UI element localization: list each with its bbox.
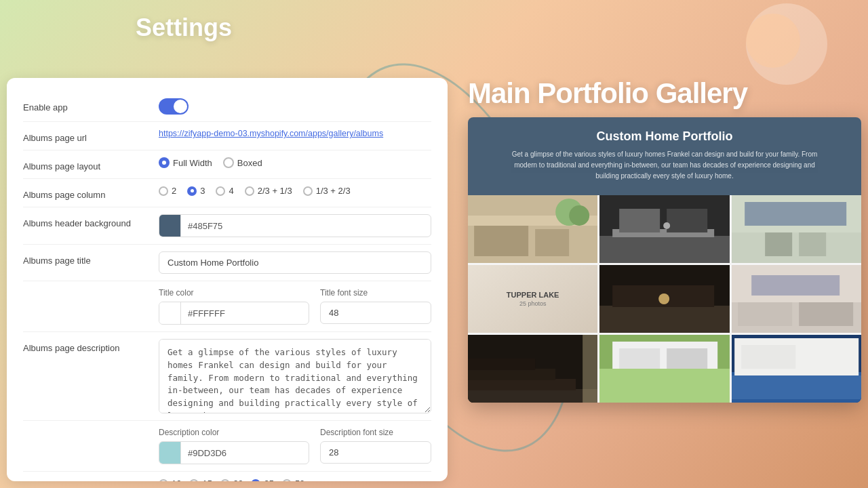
gallery-cell-5[interactable]	[599, 265, 729, 333]
svg-rect-28	[468, 379, 576, 390]
desc-size-col: Description font size	[320, 428, 431, 464]
tupper-lake-sub: 25 photos	[519, 300, 547, 307]
albums-header-bg-label: Albums header background	[23, 214, 159, 228]
pagination-50[interactable]: 50	[282, 479, 304, 481]
svg-rect-41	[741, 345, 795, 369]
gallery-cell-9[interactable]	[732, 335, 861, 403]
albums-column-row: Albums page column 2 3 4	[23, 179, 431, 207]
layout-option-boxed[interactable]: Boxed	[223, 157, 262, 168]
title-two-col: Title color Title font size	[159, 288, 431, 325]
albums-desc-row: Albums page description Get a glimpse of…	[23, 332, 431, 421]
gallery-cell-2[interactable]	[599, 195, 729, 263]
albums-desc-textarea[interactable]: Get a glimpse of the various styles of l…	[159, 339, 431, 413]
layout-option-fullwidth[interactable]: Full Width	[159, 157, 212, 168]
title-color-size-spacer	[23, 288, 159, 292]
svg-rect-13	[765, 229, 792, 256]
gallery-cell-7[interactable]	[468, 335, 597, 403]
radio-10-icon	[159, 479, 168, 482]
svg-rect-19	[612, 285, 714, 307]
albums-url-link[interactable]: https://zifyapp-demo-03.myshopify.com/ap…	[159, 129, 383, 138]
svg-rect-7	[599, 236, 729, 263]
desc-two-col: Description color Description font size	[159, 428, 431, 464]
albums-title-row: Albums page title	[23, 245, 431, 281]
svg-rect-36	[667, 348, 707, 372]
column-option-2[interactable]: 2	[159, 186, 176, 196]
title-size-label: Title font size	[320, 288, 431, 298]
column-option-3[interactable]: 3	[187, 186, 205, 196]
svg-rect-24	[732, 265, 861, 302]
albums-title-control	[159, 251, 431, 274]
desc-color-hex-input[interactable]	[181, 448, 309, 458]
column-radio-group: 2 3 4 2/3 + 1/3 1/3	[159, 186, 351, 196]
gallery-img-3	[732, 195, 861, 263]
title-color-swatch	[159, 302, 181, 324]
desc-color-swatch	[159, 442, 181, 464]
svg-rect-34	[612, 342, 717, 375]
gallery-header-title: Custom Home Portfolio	[484, 129, 845, 144]
pagination-10[interactable]: 10	[159, 479, 181, 481]
column-option-2-3[interactable]: 2/3 + 1/3	[245, 186, 292, 196]
albums-url-label: Albums page url	[23, 129, 159, 143]
gallery-cell-tupper[interactable]: TUPPER LAKE 25 photos	[468, 265, 597, 333]
column-option-4[interactable]: 4	[216, 186, 233, 196]
svg-rect-33	[599, 372, 729, 403]
title-color-label: Title color	[159, 288, 309, 298]
desc-size-input[interactable]	[320, 441, 431, 464]
svg-rect-32	[599, 335, 729, 403]
svg-rect-18	[599, 306, 729, 333]
preview-panel: Main Portfolio Gallery Custom Home Portf…	[468, 78, 861, 403]
svg-rect-35	[619, 348, 660, 372]
pagination-15[interactable]: 15	[189, 479, 212, 481]
settings-panel: Enable app Albums page url https://zifya…	[7, 78, 448, 481]
layout-fullwidth-label: Full Width	[173, 158, 212, 168]
albums-desc-control: Get a glimpse of the various styles of l…	[159, 339, 431, 413]
albums-header-bg-row: Albums header background	[23, 207, 431, 245]
gallery-img-1	[468, 195, 597, 263]
svg-rect-42	[732, 375, 861, 399]
svg-rect-39	[732, 372, 861, 403]
preview-title: Main Portfolio Gallery	[468, 78, 861, 109]
title-size-input[interactable]	[320, 302, 431, 324]
gallery-cell-8[interactable]	[599, 335, 729, 403]
svg-point-4	[569, 205, 589, 226]
gallery-img-2	[599, 195, 729, 263]
radio-unchecked-icon	[223, 157, 234, 168]
desc-size-label: Description font size	[320, 428, 431, 437]
pagination-20[interactable]: 20	[220, 479, 243, 481]
radio-23-icon	[245, 186, 254, 196]
albums-title-input[interactable]	[159, 251, 431, 274]
desc-color-label: Description color	[159, 428, 309, 437]
gallery-header-desc: Get a glimpse of the various styles of l…	[502, 149, 827, 182]
svg-rect-6	[599, 195, 729, 263]
svg-rect-15	[732, 195, 861, 232]
title-size-col: Title font size	[320, 288, 431, 325]
page-title: Settings	[136, 14, 232, 42]
gallery-img-7	[468, 335, 597, 403]
desc-color-size-control: Description color Description font size	[159, 428, 431, 464]
header-bg-hex-input[interactable]	[181, 221, 431, 231]
column-option-1-3[interactable]: 1/3 + 2/3	[303, 186, 351, 196]
desc-color-size-row: Description color Description font size	[23, 421, 431, 472]
svg-rect-29	[468, 369, 555, 380]
albums-layout-control: Full Width Boxed	[159, 157, 431, 168]
albums-desc-label: Albums page description	[23, 339, 159, 353]
gallery-img-8	[599, 335, 729, 403]
title-color-hex-input[interactable]	[181, 308, 309, 319]
gallery-cell-1[interactable]	[468, 195, 597, 263]
gallery-img-9	[732, 335, 861, 403]
svg-rect-10	[667, 209, 707, 232]
pagination-25[interactable]: 25	[251, 479, 273, 481]
header-bg-color-input[interactable]	[159, 214, 431, 237]
layout-radio-group: Full Width Boxed	[159, 157, 262, 168]
albums-header-bg-control	[159, 214, 431, 237]
gallery-cell-3[interactable]	[732, 195, 861, 263]
enable-app-toggle[interactable]	[159, 98, 189, 115]
albums-column-label: Albums page column	[23, 186, 159, 200]
enable-app-label: Enable app	[23, 98, 159, 113]
gallery-header: Custom Home Portfolio Get a glimpse of t…	[468, 117, 861, 195]
title-color-input[interactable]	[159, 302, 309, 325]
desc-color-input[interactable]	[159, 441, 309, 464]
svg-point-20	[658, 293, 669, 304]
gallery-cell-6[interactable]	[732, 265, 861, 333]
svg-rect-5	[535, 229, 569, 256]
